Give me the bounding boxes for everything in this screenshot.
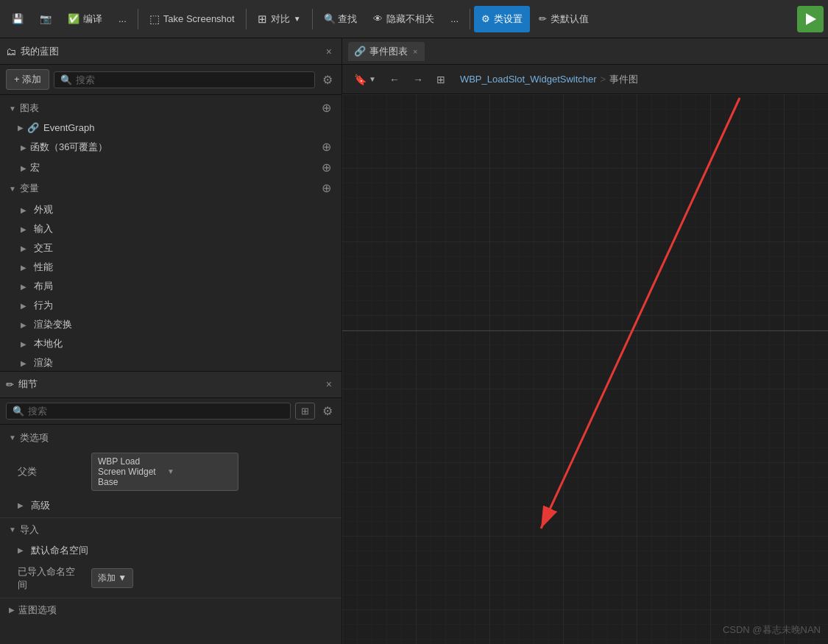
breadcrumb: WBP_LoadSlot_WidgetSwitcher > 事件图 — [460, 73, 638, 86]
play-icon — [806, 13, 816, 25]
import-section[interactable]: ▼ 导入 — [0, 520, 342, 540]
graph-icon: 🔗 — [27, 122, 39, 133]
macros-section[interactable]: ▶ 宏 ⊕ — [0, 158, 342, 178]
divider-1 — [0, 517, 342, 518]
parent-class-label: 父类 — [18, 465, 84, 478]
red-arrow-annotation — [342, 94, 828, 644]
var-input[interactable]: ▶ 输入 — [0, 219, 342, 238]
event-graph-tab[interactable]: 🔗 事件图表 × — [348, 42, 425, 61]
details-tab[interactable]: ✏ 细节 — [6, 378, 38, 391]
advanced-label: 高级 — [31, 499, 50, 512]
hide-icon: 👁 — [373, 13, 383, 24]
variables-section[interactable]: ▼ 变量 ⊕ — [0, 178, 342, 199]
event-graph-item[interactable]: ▶ 🔗 EventGraph — [0, 118, 342, 137]
save-button[interactable]: 💾 — [4, 6, 31, 32]
var-appearance[interactable]: ▶ 外观 — [0, 200, 342, 219]
bookmark-button[interactable]: 🔖 ▼ — [350, 71, 381, 88]
class-settings-button[interactable]: ⚙ 类设置 — [474, 6, 530, 32]
var-label: 输入 — [34, 222, 53, 236]
breadcrumb-parent[interactable]: WBP_LoadSlot_WidgetSwitcher — [460, 74, 597, 85]
camera-button[interactable]: 📷 — [32, 6, 59, 32]
breadcrumb-separator: > — [601, 74, 606, 85]
functions-add-button[interactable]: ⊕ — [320, 141, 333, 153]
details-search-bar: 🔍 ⊞ ⚙ — [0, 398, 342, 425]
blueprint-close-button[interactable]: × — [322, 44, 336, 59]
var-label: 行为 — [34, 299, 53, 312]
imported-namespace-row: 已导入命名空间 添加 ▼ — [0, 561, 342, 596]
details-close-button[interactable]: × — [322, 377, 336, 392]
class-options-section[interactable]: ▼ 类选项 — [0, 428, 342, 448]
fit-view-button[interactable]: ⊞ — [432, 71, 450, 88]
find-button[interactable]: 🔍 查找 — [316, 6, 365, 32]
var-render[interactable]: ▶ 渲染 — [0, 353, 342, 371]
details-pencil-icon: ✏ — [6, 379, 14, 390]
var-render-transform[interactable]: ▶ 渲染变换 — [0, 315, 342, 334]
var-label: 交互 — [34, 241, 53, 255]
blueprint-search-bar: + 添加 🔍 ⚙ — [0, 65, 342, 95]
left-panel: 🗂 我的蓝图 × + 添加 🔍 ⚙ ▼ — [0, 38, 342, 644]
blueprint-search-input[interactable] — [76, 74, 308, 85]
functions-section[interactable]: ▶ 函数（36可覆盖） ⊕ — [0, 137, 342, 158]
divider-2 — [0, 598, 342, 598]
graph-tab-close[interactable]: × — [411, 47, 419, 56]
details-gear-button[interactable]: ⚙ — [319, 403, 336, 420]
compile-icon: ✅ — [68, 13, 79, 24]
blueprint-settings-button[interactable]: ⚙ — [319, 71, 336, 88]
nav-forward-button[interactable]: → — [408, 71, 428, 88]
compile-dropdown-button[interactable]: ... — [111, 6, 134, 32]
diff-button[interactable]: ⊞ 对比 ▼ — [250, 6, 308, 32]
event-graph-label: EventGraph — [43, 122, 94, 133]
var-label: 布局 — [34, 280, 53, 293]
macros-add-button[interactable]: ⊕ — [320, 162, 333, 174]
graph-tab-icon: 🔗 — [354, 46, 366, 57]
diff-icon: ⊞ — [258, 13, 267, 26]
screenshot-icon: ⬚ — [149, 13, 160, 26]
nav-back-button[interactable]: ← — [385, 71, 404, 88]
run-button[interactable] — [797, 6, 824, 32]
hide-dropdown-button[interactable]: ... — [443, 6, 466, 32]
add-button[interactable]: + 添加 — [6, 69, 49, 90]
separator-3 — [312, 9, 313, 29]
graph-toolbar: 🔖 ▼ ← → ⊞ WBP_LoadSlot_WidgetSwitcher > … — [342, 65, 828, 94]
graph-arrow-icon: ▼ — [9, 105, 16, 113]
parent-class-dropdown[interactable]: WBP Load Screen Widget Base ▼ — [91, 453, 238, 491]
var-label: 本地化 — [34, 337, 63, 350]
imported-namespace-add-button[interactable]: 添加 ▼ — [91, 568, 133, 588]
screenshot-button[interactable]: ⬚ Take Screenshot — [142, 6, 242, 32]
blueprint-options-section[interactable]: ▶ 蓝图选项 — [0, 600, 342, 620]
variables-label: 变量 — [20, 182, 39, 195]
right-panel: 🔗 事件图表 × 🔖 ▼ ← → ⊞ WBP_LoadSlot_WidgetSw… — [342, 38, 828, 644]
details-grid-button[interactable]: ⊞ — [295, 403, 315, 420]
graph-tab-label: 事件图表 — [369, 45, 408, 58]
svg-line-1 — [541, 98, 740, 528]
default-namespace-item[interactable]: ▶ 默认命名空间 — [0, 540, 342, 561]
imported-namespace-label: 已导入命名空间 — [18, 565, 84, 592]
variables-list: ▶ 外观 ▶ 输入 ▶ 交互 ▶ 性能 — [0, 199, 342, 371]
graph-canvas[interactable]: CSDN @暮志未晚NAN — [342, 94, 828, 644]
details-search-input[interactable] — [28, 406, 284, 417]
blueprint-panel: 🗂 我的蓝图 × + 添加 🔍 ⚙ ▼ — [0, 38, 342, 372]
graph-add-button[interactable]: ⊕ — [320, 102, 333, 114]
class-default-button[interactable]: ✏ 类默认值 — [531, 6, 596, 32]
var-interaction[interactable]: ▶ 交互 — [0, 238, 342, 258]
separator-1 — [138, 9, 138, 29]
advanced-section[interactable]: ▶ 高级 — [0, 495, 342, 516]
fit-icon: ⊞ — [436, 74, 445, 85]
import-label: 导入 — [20, 523, 39, 537]
blueprint-tab[interactable]: 🗂 我的蓝图 — [6, 45, 59, 58]
default-namespace-label: 默认命名空间 — [31, 544, 88, 557]
var-arrow-icon: ▶ — [21, 263, 26, 272]
macros-label: 宏 — [30, 161, 40, 174]
search-input-wrap: 🔍 — [54, 71, 315, 88]
var-layout[interactable]: ▶ 布局 — [0, 277, 342, 296]
var-behavior[interactable]: ▶ 行为 — [0, 296, 342, 315]
graph-section[interactable]: ▼ 图表 ⊕ — [0, 98, 342, 118]
var-localization[interactable]: ▶ 本地化 — [0, 334, 342, 353]
var-label: 渲染变换 — [34, 318, 72, 331]
compile-button[interactable]: ✅ 编译 — [60, 6, 110, 32]
details-panel: ✏ 细节 × 🔍 ⊞ ⚙ ▼ 类选项 — [0, 372, 342, 644]
var-arrow-icon: ▶ — [21, 340, 26, 348]
var-performance[interactable]: ▶ 性能 — [0, 258, 342, 277]
hide-button[interactable]: 👁 隐藏不相关 — [366, 6, 442, 32]
variables-add-button[interactable]: ⊕ — [320, 183, 333, 194]
